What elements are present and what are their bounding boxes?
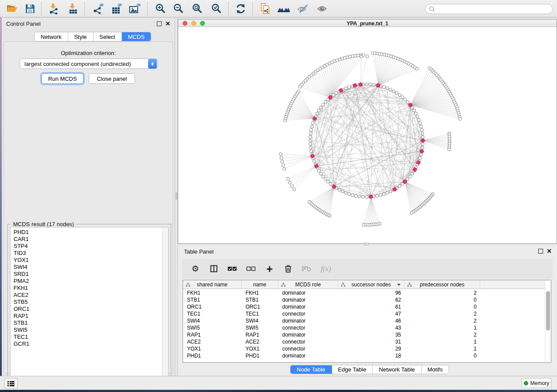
table-row[interactable]: TEC1TEC1connector472 — [183, 310, 551, 317]
table-cell[interactable]: RAP1 — [242, 331, 278, 338]
show-column-icon[interactable] — [209, 264, 218, 274]
table-tab-motifs[interactable]: Motifs — [422, 365, 449, 374]
result-item[interactable]: STB5 — [14, 299, 29, 306]
table-tab-node-table[interactable]: Node Table — [291, 365, 332, 374]
table-cell[interactable]: FKH1 — [183, 289, 242, 296]
close-panel-button[interactable]: Close panel — [89, 73, 135, 84]
table-cell[interactable]: ACE2 — [242, 338, 278, 345]
result-item[interactable]: ORC1 — [14, 306, 29, 313]
table-cell[interactable]: TEC1 — [242, 310, 278, 317]
save-session-button[interactable] — [22, 1, 38, 16]
table-row[interactable]: SWI4SWI4dominator462 — [183, 317, 551, 324]
close-panel-icon[interactable]: ✕ — [547, 248, 552, 254]
table-cell[interactable]: SWI5 — [183, 324, 242, 331]
table-cell[interactable]: dominator — [278, 303, 338, 310]
table-row[interactable]: RAP1RAP1dominator352 — [183, 331, 551, 338]
export-network-button[interactable] — [90, 1, 107, 16]
table-cell[interactable]: connector — [278, 324, 338, 331]
network-canvas-svg[interactable] — [178, 27, 557, 243]
result-item[interactable]: CAR1 — [14, 236, 29, 243]
import-network-button[interactable] — [45, 1, 62, 16]
table-cell[interactable]: 0 — [405, 303, 480, 310]
table-cell[interactable]: 2 — [405, 331, 480, 338]
table-row[interactable]: ACE2ACE2connector311 — [183, 338, 551, 345]
table-cell[interactable]: 29 — [338, 345, 405, 352]
result-item[interactable]: TEC1 — [14, 334, 29, 340]
optimization-select[interactable]: largest connected component (undirected) — [20, 58, 158, 69]
zoom-in-button[interactable] — [152, 1, 169, 16]
result-item[interactable]: GCR1 — [14, 340, 29, 347]
table-cell[interactable]: STB1 — [242, 296, 278, 303]
table-cell[interactable]: ORC1 — [242, 303, 278, 310]
table-cell[interactable]: connector — [278, 310, 338, 317]
table-cell[interactable]: 2 — [405, 317, 480, 324]
close-panel-icon[interactable]: ✕ — [165, 20, 170, 27]
column-header-predecessor-nodes[interactable]: predecessor nodes — [405, 280, 480, 289]
table-cell[interactable]: dominator — [278, 289, 338, 296]
table-tab-edge-table[interactable]: Edge Table — [332, 365, 373, 374]
result-item[interactable]: TID3 — [14, 250, 29, 257]
column-header-MCDS-role[interactable]: MCDS role — [278, 280, 338, 289]
result-list-scrollbar[interactable] — [162, 227, 168, 381]
float-panel-icon[interactable] — [538, 249, 543, 254]
first-neighbors-button[interactable] — [275, 1, 292, 16]
table-cell[interactable]: 0 — [405, 352, 480, 359]
table-cell[interactable]: 1 — [405, 345, 480, 352]
tab-mcds[interactable]: MCDS — [122, 32, 151, 41]
table-cell[interactable]: 2 — [405, 310, 480, 317]
result-item[interactable]: SWI4 — [14, 264, 29, 271]
column-header-successor-nodes[interactable]: successor nodes — [338, 280, 405, 289]
table-cell[interactable]: SWI4 — [242, 317, 278, 324]
column-header-name[interactable]: name — [242, 280, 278, 289]
minimize-traffic-light[interactable] — [191, 21, 196, 26]
table-cell[interactable]: 96 — [338, 289, 405, 296]
vertical-splitter[interactable] — [175, 17, 178, 376]
table-cell[interactable]: 46 — [338, 317, 405, 324]
table-cell[interactable]: dominator — [278, 331, 338, 338]
table-cell[interactable]: TEC1 — [183, 310, 242, 317]
table-cell[interactable]: 1 — [405, 324, 480, 331]
result-item[interactable]: RAP1 — [14, 313, 29, 320]
result-item[interactable]: SWI5 — [14, 327, 29, 334]
delete-icon[interactable] — [284, 264, 292, 274]
open-session-button[interactable] — [3, 1, 20, 16]
table-cell[interactable]: FKH1 — [242, 289, 278, 296]
run-mcds-button[interactable]: Run MCDS — [42, 73, 83, 84]
table-cell[interactable]: 61 — [338, 303, 405, 310]
table-scrollbar-thumb[interactable] — [546, 291, 550, 330]
tab-network[interactable]: Network — [35, 32, 68, 41]
table-cell[interactable]: SWI4 — [183, 317, 242, 324]
close-traffic-light[interactable] — [183, 21, 187, 26]
table-row[interactable]: PHD1PHD1dominator180 — [183, 352, 551, 359]
zoom-selected-button[interactable] — [208, 1, 225, 16]
tab-style[interactable]: Style — [68, 32, 93, 41]
table-cell[interactable]: ACE2 — [183, 338, 242, 345]
zoom-out-button[interactable] — [170, 1, 187, 16]
tab-select[interactable]: Select — [93, 32, 122, 41]
share-document-button[interactable] — [257, 1, 273, 16]
add-icon[interactable]: + — [265, 264, 274, 274]
table-tab-network-table[interactable]: Network Table — [373, 365, 421, 374]
show-all-button[interactable] — [314, 1, 330, 16]
table-cell[interactable]: STB1 — [183, 296, 242, 303]
table-cell[interactable]: 2 — [405, 289, 480, 296]
table-cell[interactable]: 31 — [338, 338, 405, 345]
result-item[interactable]: ACE2 — [14, 292, 29, 299]
table-settings-gear-icon[interactable]: ⚙ — [191, 264, 200, 274]
table-cell[interactable]: YOX1 — [242, 345, 278, 352]
maximize-traffic-light[interactable] — [200, 21, 205, 26]
table-cell[interactable]: RAP1 — [183, 331, 242, 338]
search-input[interactable] — [437, 5, 552, 13]
table-cell[interactable]: ORC1 — [183, 303, 242, 310]
import-table-button[interactable] — [65, 1, 81, 16]
table-cell[interactable]: 62 — [338, 296, 405, 303]
table-row[interactable]: STB1STB1dominator620 — [183, 296, 551, 303]
export-table-button[interactable] — [108, 1, 125, 16]
table-cell[interactable]: dominator — [278, 352, 338, 359]
result-item[interactable]: PHD1 — [14, 229, 29, 236]
table-cell[interactable]: 43 — [338, 324, 405, 331]
result-item[interactable]: PMA2 — [14, 278, 29, 285]
hide-selected-button[interactable] — [294, 1, 311, 16]
result-item[interactable]: FKH1 — [14, 285, 29, 292]
table-cell[interactable]: PHD1 — [183, 352, 242, 359]
